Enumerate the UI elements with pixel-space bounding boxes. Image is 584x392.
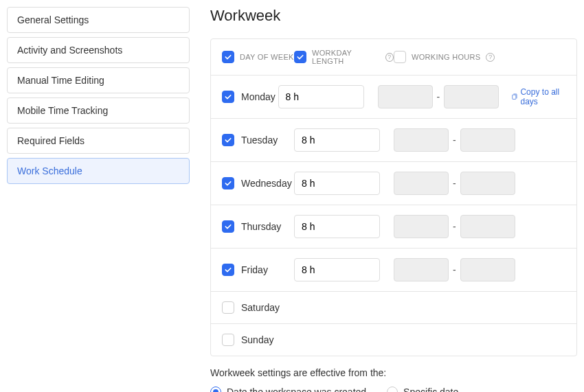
working-hours-cell: - bbox=[394, 258, 515, 281]
help-icon[interactable]: ? bbox=[385, 53, 394, 62]
sidebar-item-label: Activity and Screenshots bbox=[17, 45, 122, 56]
day-row-tuesday: Tuesday- bbox=[211, 119, 576, 162]
help-icon[interactable]: ? bbox=[486, 53, 495, 62]
workday-length-input[interactable] bbox=[294, 128, 380, 152]
day-label: Monday bbox=[241, 91, 276, 102]
day-enabled-checkbox[interactable] bbox=[222, 91, 234, 103]
day-row-saturday: Saturday bbox=[211, 292, 576, 324]
radio-label: Specific date bbox=[403, 387, 458, 392]
column-day-of-week: DAY OF WEEK bbox=[222, 51, 294, 63]
day-enabled-checkbox[interactable] bbox=[222, 334, 234, 346]
working-hours-end-input[interactable] bbox=[460, 172, 515, 195]
radio-option[interactable]: Date the workspace was created bbox=[210, 387, 366, 392]
column-workday-length: WORKDAY LENGTH ? bbox=[294, 49, 394, 65]
day-label: Tuesday bbox=[241, 135, 278, 146]
working-hours-end-input[interactable] bbox=[444, 85, 499, 108]
day-label: Thursday bbox=[241, 221, 281, 232]
day-name-cell: Tuesday bbox=[222, 134, 294, 146]
day-row-wednesday: Wednesday- bbox=[211, 162, 576, 205]
day-row-sunday: Sunday bbox=[211, 324, 576, 356]
working-hours-end-input[interactable] bbox=[460, 215, 515, 238]
day-row-thursday: Thursday- bbox=[211, 205, 576, 249]
workday-length-input[interactable] bbox=[278, 85, 364, 108]
workweek-table: DAY OF WEEK WORKDAY LENGTH ? WORKING HOU… bbox=[210, 38, 577, 356]
workday-length-input[interactable] bbox=[294, 215, 380, 238]
working-hours-cell: - bbox=[394, 172, 515, 195]
workday-length-input[interactable] bbox=[294, 172, 380, 195]
day-enabled-checkbox[interactable] bbox=[222, 264, 234, 276]
sidebar-item-label: Manual Time Editing bbox=[17, 75, 104, 86]
workday-length-input[interactable] bbox=[294, 258, 380, 281]
day-name-cell: Sunday bbox=[222, 334, 294, 346]
day-name-cell: Saturday bbox=[222, 301, 294, 314]
svg-rect-0 bbox=[513, 95, 516, 99]
settings-sidebar: General SettingsActivity and Screenshots… bbox=[7, 7, 190, 392]
day-name-cell: Thursday bbox=[222, 220, 294, 233]
day-enabled-checkbox[interactable] bbox=[222, 134, 234, 146]
sidebar-item-label: Mobile Time Tracking bbox=[17, 105, 108, 116]
day-enabled-checkbox[interactable] bbox=[222, 220, 234, 233]
working-hours-start-input[interactable] bbox=[378, 85, 433, 108]
column-label: WORKING HOURS bbox=[412, 53, 480, 61]
working-hours-start-input[interactable] bbox=[394, 258, 449, 281]
time-range-separator: - bbox=[453, 264, 456, 275]
effective-from-radios: Date the workspace was createdSpecific d… bbox=[210, 387, 577, 392]
sidebar-item-activity-and-screenshots[interactable]: Activity and Screenshots bbox=[7, 37, 190, 63]
radio-label: Date the workspace was created bbox=[227, 387, 366, 392]
day-label: Wednesday bbox=[241, 178, 292, 189]
day-row-monday: Monday-Copy to all days bbox=[211, 76, 576, 119]
day-enabled-checkbox[interactable] bbox=[222, 301, 234, 314]
working-hours-start-input[interactable] bbox=[394, 128, 449, 152]
day-enabled-checkbox[interactable] bbox=[222, 177, 234, 189]
sidebar-item-required-fields[interactable]: Required Fields bbox=[7, 128, 190, 154]
sidebar-item-mobile-time-tracking[interactable]: Mobile Time Tracking bbox=[7, 97, 190, 124]
working-hours-start-input[interactable] bbox=[394, 215, 449, 238]
radio-option[interactable]: Specific date bbox=[387, 387, 458, 392]
workday-length-checkbox[interactable] bbox=[294, 51, 306, 63]
day-name-cell: Monday bbox=[222, 91, 278, 103]
working-hours-checkbox[interactable] bbox=[394, 51, 406, 63]
day-label: Friday bbox=[241, 264, 268, 275]
time-range-separator: - bbox=[437, 91, 440, 102]
day-label: Sunday bbox=[241, 334, 273, 345]
sidebar-item-manual-time-editing[interactable]: Manual Time Editing bbox=[7, 67, 190, 93]
working-hours-cell: - bbox=[394, 128, 515, 152]
column-working-hours: WORKING HOURS ? bbox=[394, 51, 517, 63]
time-range-separator: - bbox=[453, 178, 456, 189]
day-name-cell: Friday bbox=[222, 264, 294, 276]
column-label: DAY OF WEEK bbox=[240, 53, 294, 61]
working-hours-cell: - bbox=[394, 215, 515, 238]
sidebar-item-general-settings[interactable]: General Settings bbox=[7, 7, 190, 33]
radio-button[interactable] bbox=[387, 387, 398, 392]
radio-button[interactable] bbox=[210, 387, 221, 392]
sidebar-item-work-schedule[interactable]: Work Schedule bbox=[7, 158, 190, 184]
main-content: Workweek DAY OF WEEK WORKDAY LENGTH ? WO… bbox=[210, 7, 577, 392]
time-range-separator: - bbox=[453, 221, 456, 232]
working-hours-end-input[interactable] bbox=[460, 258, 515, 281]
day-of-week-checkbox[interactable] bbox=[222, 51, 234, 63]
effective-from-label: Workweek settings are effective from the… bbox=[210, 367, 577, 378]
column-label: WORKDAY LENGTH bbox=[312, 49, 380, 65]
table-header: DAY OF WEEK WORKDAY LENGTH ? WORKING HOU… bbox=[211, 39, 576, 76]
working-hours-end-input[interactable] bbox=[460, 128, 515, 152]
day-name-cell: Wednesday bbox=[222, 177, 294, 189]
day-row-friday: Friday- bbox=[211, 249, 576, 292]
sidebar-item-label: Required Fields bbox=[17, 135, 85, 146]
day-label: Saturday bbox=[241, 302, 280, 313]
sidebar-item-label: Work Schedule bbox=[17, 165, 82, 176]
sidebar-item-label: General Settings bbox=[17, 14, 89, 25]
working-hours-cell: - bbox=[378, 85, 499, 108]
working-hours-start-input[interactable] bbox=[394, 172, 449, 195]
copy-icon bbox=[511, 93, 517, 101]
time-range-separator: - bbox=[453, 135, 456, 146]
page-title: Workweek bbox=[210, 7, 577, 25]
copy-to-all-days-link[interactable]: Copy to all days bbox=[511, 87, 565, 106]
